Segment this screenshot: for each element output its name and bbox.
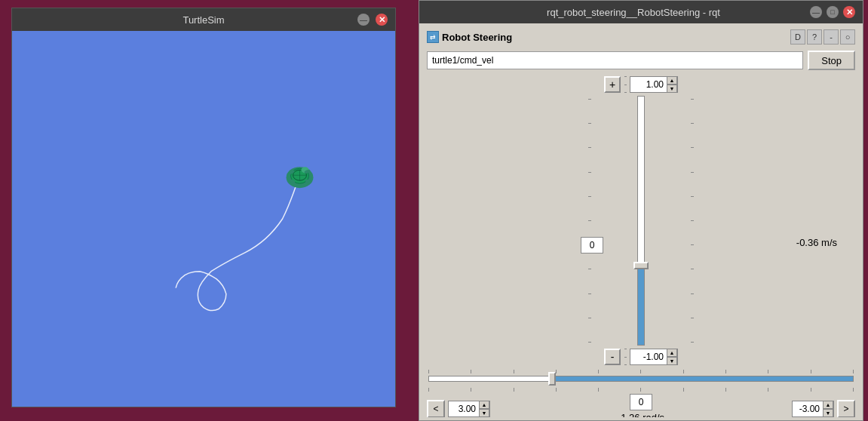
bottom-controls: - ▲ ▼ [604, 349, 678, 365]
turtlesim-canvas [12, 31, 395, 407]
v-tick [691, 123, 694, 124]
stop-button[interactable]: Stop [808, 51, 855, 70]
angular-left-spinbox: ▲ ▼ [448, 401, 490, 417]
linear-velocity-label: -0.36 m/s [796, 237, 837, 248]
linear-max-spinbox[interactable]: ▲ ▼ [630, 76, 678, 93]
dash-icon[interactable]: - [824, 29, 839, 45]
h-tick-b [768, 388, 768, 392]
question-icon[interactable]: ? [807, 29, 822, 45]
steering-main: + ▲ ▼ [422, 73, 860, 417]
h-tick [853, 370, 854, 373]
turtlesim-minimize-button[interactable]: — [357, 14, 370, 26]
angular-spinbox-down[interactable]: ▼ [479, 409, 489, 417]
v-tick [588, 147, 591, 148]
v-tick [691, 269, 694, 269]
bottom-nav-row: < ▲ ▼ [422, 392, 860, 417]
linear-minus-button[interactable]: - [604, 349, 621, 365]
panel-toolbar-icons: D ? - ○ [790, 29, 855, 45]
v-tick [588, 269, 591, 269]
panel-header: ⇄ Robot Steering D ? - ○ [422, 26, 860, 48]
angular-spinbox-arrows: ▲ ▼ [479, 401, 489, 417]
angular-min-spinbox-down[interactable]: ▼ [823, 409, 833, 417]
angular-right-spinbox: ▲ ▼ [792, 401, 834, 417]
v-slider-track[interactable] [637, 96, 645, 346]
circle-icon[interactable]: ○ [840, 29, 855, 45]
rqt-titlebar: rqt_robot_steering__RobotSteering - rqt … [419, 1, 863, 23]
vertical-slider-section: + ▲ ▼ [581, 73, 701, 368]
h-tick [556, 370, 557, 373]
h-tick [768, 370, 768, 373]
h-tick-b [683, 388, 684, 392]
angular-right-button[interactable]: > [837, 400, 855, 418]
angular-min-spinbox-arrows: ▲ ▼ [823, 401, 833, 417]
turtle-drawing [12, 31, 395, 407]
v-tick [691, 220, 694, 221]
turtlesim-close-button[interactable]: ✕ [376, 14, 388, 26]
h-tick [598, 370, 599, 373]
spinbox-arrows: ▲ ▼ [667, 76, 677, 93]
linear-max-input[interactable] [630, 77, 667, 92]
linear-zero-box: 0 [581, 237, 603, 254]
linear-plus-button[interactable]: + [604, 76, 621, 93]
angular-max-spinbox[interactable]: ▲ ▼ [448, 401, 490, 417]
rqt-content: ⇄ Robot Steering D ? - ○ Stop [419, 23, 863, 420]
h-tick-b [514, 388, 514, 392]
h-slider-thumb[interactable] [548, 372, 556, 386]
h-tick-b [725, 388, 726, 392]
spinbox-down[interactable]: ▼ [667, 85, 677, 93]
turtlesim-window: TurtleSim — ✕ [11, 8, 396, 407]
v-slider-track-wrapper [593, 96, 689, 346]
h-tick [683, 370, 684, 373]
v-tick [691, 293, 694, 294]
angular-min-spinbox[interactable]: ▲ ▼ [792, 401, 834, 417]
h-tick [811, 370, 811, 373]
help-icon[interactable]: D [790, 29, 805, 45]
v-tick [691, 342, 694, 343]
h-tick [725, 370, 726, 373]
h-ticks-row [428, 368, 854, 374]
v-tick [691, 318, 694, 318]
v-tick [588, 318, 591, 318]
h-slider-track[interactable] [428, 376, 854, 382]
rqt-close-button[interactable]: ✕ [843, 6, 855, 18]
topic-input[interactable] [427, 51, 803, 69]
panel-icon: ⇄ [427, 31, 439, 43]
h-tick [428, 370, 429, 373]
linear-ms-display: -0.36 m/s [796, 237, 837, 248]
v-tick [588, 172, 591, 173]
v-tick [691, 172, 694, 173]
angular-min-spinbox-up[interactable]: ▲ [823, 401, 833, 409]
h-tick-b [471, 388, 471, 392]
h-tick [640, 370, 641, 373]
rqt-window: rqt_robot_steering__RobotSteering - rqt … [419, 0, 863, 421]
angular-zero-value: 0 [639, 397, 644, 407]
top-controls: + ▲ ▼ [604, 76, 678, 93]
h-tick [471, 370, 471, 373]
linear-min-input[interactable] [630, 349, 667, 364]
h-slider-fill [552, 376, 853, 381]
linear-min-spinbox[interactable]: ▲ ▼ [630, 349, 678, 365]
v-slider-thumb[interactable] [633, 262, 649, 269]
spinbox-down-bottom[interactable]: ▼ [667, 357, 677, 365]
h-tick-b [811, 388, 811, 392]
spinbox-up[interactable]: ▲ [667, 76, 677, 85]
v-tick [691, 196, 694, 197]
angular-rad-label: -1.26 rad/s [618, 412, 664, 417]
horizontal-slider-section: < ▲ ▼ [422, 368, 860, 417]
panel-title: Robot Steering [442, 32, 787, 43]
spinbox-up-bottom[interactable]: ▲ [667, 349, 677, 357]
angular-zero-box: 0 [630, 394, 652, 410]
angular-min-input[interactable] [793, 401, 823, 416]
v-tick [588, 293, 591, 294]
angular-center-display: 0 -1.26 rad/s [493, 394, 789, 417]
rqt-minimize-button[interactable]: — [810, 6, 822, 18]
h-ticks-row-bottom [428, 386, 854, 392]
angular-spinbox-up[interactable]: ▲ [479, 401, 489, 409]
h-slider-row [428, 376, 854, 385]
angular-max-input[interactable] [449, 401, 479, 416]
v-tick [588, 123, 591, 124]
rqt-maximize-button[interactable]: □ [827, 6, 839, 18]
v-slider-with-ticks [581, 96, 701, 346]
angular-left-button[interactable]: < [427, 400, 445, 418]
v-tick [588, 342, 591, 343]
